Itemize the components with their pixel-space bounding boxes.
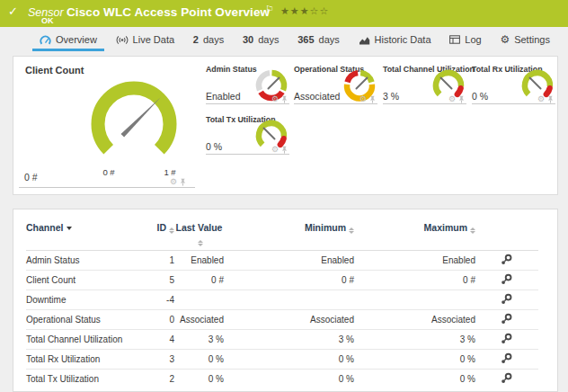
channel-settings-wrench-icon[interactable]	[501, 313, 512, 325]
gear-icon[interactable]: ⚙	[271, 146, 279, 154]
column-label: ID	[157, 222, 167, 233]
table-header-row: Channel ID Last Value Minimum Maximum	[26, 217, 538, 251]
gear-icon[interactable]: ⚙	[170, 178, 177, 186]
cell-maximum: 0 %	[354, 370, 475, 389]
cell-id: 2	[134, 370, 174, 389]
cell-minimum: Associated	[224, 310, 354, 330]
table-row: Total Tx Utilization 2 0 % 0 % 0 %	[26, 370, 538, 389]
channels-table-panel: Channel ID Last Value Minimum Maximum	[13, 209, 558, 392]
cell-channel: Downtime	[26, 290, 134, 310]
cell-maximum: Associated	[354, 310, 475, 330]
gear-icon: ⚙	[500, 34, 510, 45]
gauges-panel: Client Count 0 # 1 # 0 # ⚙ Admin Status	[13, 56, 558, 195]
signal-icon	[116, 35, 129, 45]
priority-stars[interactable]: ★★★☆☆	[280, 5, 329, 17]
channel-settings-wrench-icon[interactable]	[501, 372, 512, 384]
tab-2-days[interactable]: 2 days	[184, 27, 233, 52]
column-label: Maximum	[424, 222, 467, 233]
gear-icon[interactable]: ⚙	[537, 95, 545, 103]
tab-label-number: 365	[297, 34, 314, 45]
tab-bar: Overview Live Data 2 days 30 days 365 da…	[0, 27, 568, 52]
cell-channel: Admin Status	[26, 251, 134, 271]
cell-last-value: 0 %	[174, 370, 224, 389]
cell-actions	[475, 370, 538, 389]
channel-settings-wrench-icon[interactable]	[501, 273, 512, 285]
cell-maximum	[354, 290, 475, 310]
cell-maximum: 3 %	[354, 330, 475, 350]
sort-arrows-icon	[169, 227, 174, 234]
channel-settings-wrench-icon[interactable]	[501, 352, 512, 364]
cell-actions	[475, 350, 538, 370]
table-row: Total Rx Utilization 3 0 % 0 % 0 %	[26, 350, 538, 370]
tab-historic-data[interactable]: Historic Data	[350, 27, 440, 52]
gauge-title: Admin Status	[206, 65, 257, 74]
gauge-mini-actions: ⚙	[170, 178, 186, 186]
column-label: Channel	[26, 222, 63, 233]
sort-arrows-icon	[198, 240, 203, 246]
cell-id: 4	[134, 330, 174, 350]
cell-channel: Total Tx Utilization	[26, 370, 134, 389]
cell-maximum: 0 #	[354, 271, 475, 290]
pin-icon[interactable]	[369, 95, 376, 103]
tab-log[interactable]: Log	[440, 27, 490, 52]
gauge-mini-actions: ⚙	[271, 95, 288, 103]
cell-minimum: 0 %	[224, 370, 354, 389]
tab-label: Settings	[514, 34, 550, 45]
tab-365-days[interactable]: 365 days	[288, 27, 349, 52]
column-header-minimum[interactable]: Minimum	[224, 217, 354, 251]
sort-caret-icon	[67, 227, 72, 230]
column-label: Minimum	[305, 222, 346, 233]
column-header-last-value[interactable]: Last Value	[174, 217, 224, 251]
total-rx-utilization-gauge-cell: Total Rx Utilization 0 % ⚙	[472, 64, 558, 107]
cell-last-value: Enabled	[174, 251, 224, 271]
gauge-mini-actions: ⚙	[537, 95, 554, 103]
flag-icon[interactable]: ⚐	[265, 4, 274, 15]
cell-minimum	[224, 290, 354, 310]
total-channel-utilization-gauge-cell: Total Channel Utilization 3 % ⚙	[383, 64, 469, 107]
tab-30-days[interactable]: 30 days	[234, 27, 288, 52]
gear-icon[interactable]: ⚙	[271, 95, 279, 103]
tab-label: Live Data	[133, 34, 174, 45]
gear-icon[interactable]: ⚙	[359, 95, 367, 103]
table-row: Operational Status 0 Associated Associat…	[26, 310, 538, 330]
table-row: Total Channel Utilization 4 3 % 3 % 3 %	[26, 330, 538, 350]
pin-icon[interactable]	[281, 95, 288, 103]
tab-live-data[interactable]: Live Data	[107, 27, 183, 52]
gauge-icon	[40, 35, 51, 45]
gear-icon[interactable]: ⚙	[448, 95, 456, 103]
cell-channel: Total Channel Utilization	[26, 330, 134, 350]
channel-settings-wrench-icon[interactable]	[501, 254, 512, 265]
table-row: Downtime -4	[26, 290, 538, 310]
gauge-value: Associated	[294, 91, 340, 102]
column-header-actions	[475, 217, 538, 251]
channel-settings-wrench-icon[interactable]	[501, 333, 512, 344]
tab-settings[interactable]: ⚙ Settings	[491, 27, 559, 52]
column-header-maximum[interactable]: Maximum	[354, 217, 475, 251]
cell-minimum: 3 %	[224, 330, 354, 350]
divider	[206, 154, 289, 155]
pin-icon[interactable]	[281, 146, 288, 154]
cell-minimum: Enabled	[224, 251, 354, 271]
tab-overview[interactable]: Overview	[31, 27, 106, 52]
pin-icon[interactable]	[547, 95, 554, 103]
pin-icon[interactable]	[180, 178, 186, 186]
cell-channel: Client Count	[26, 271, 134, 290]
cell-id: 1	[134, 251, 174, 271]
channel-settings-wrench-icon[interactable]	[501, 293, 512, 305]
cell-actions	[475, 271, 538, 290]
status-badge: OK	[41, 16, 54, 25]
cell-last-value	[174, 290, 224, 310]
cell-actions	[475, 290, 538, 310]
divider	[19, 187, 195, 188]
cell-actions	[475, 330, 538, 350]
tab-label-number: 30	[243, 34, 253, 45]
pin-icon[interactable]	[458, 95, 465, 103]
tab-label: Historic Data	[375, 34, 431, 45]
column-header-id[interactable]: ID	[134, 217, 174, 251]
gauge-mini-actions: ⚙	[448, 95, 465, 103]
cell-id: 0	[134, 310, 174, 330]
column-header-channel[interactable]: Channel	[26, 217, 134, 251]
cell-id: -4	[134, 290, 174, 310]
prtg-sensor-page: ✓ Sensor Cisco WLC Access Point Overview…	[0, 0, 568, 392]
cell-last-value: 0 #	[174, 271, 224, 290]
